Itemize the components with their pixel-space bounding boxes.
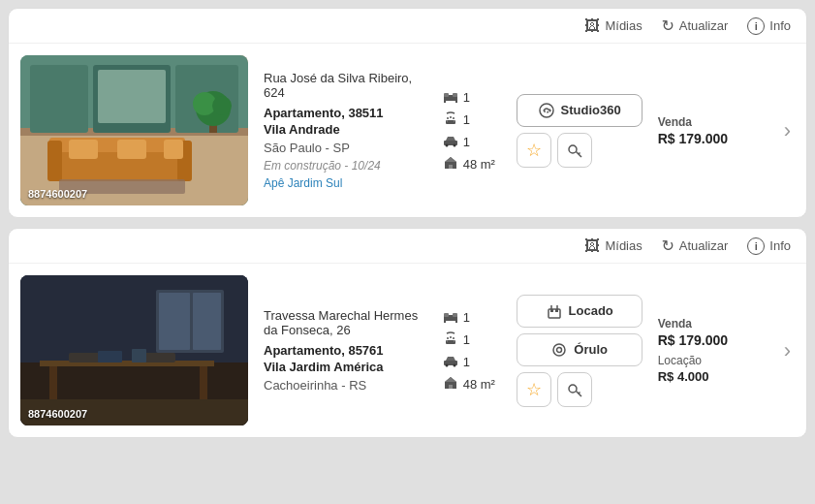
- svg-point-31: [445, 143, 448, 146]
- orulo-button[interactable]: Órulo: [517, 333, 643, 366]
- star-button[interactable]: ☆: [517, 372, 551, 407]
- midias-button[interactable]: 🖼Mídias: [584, 17, 642, 35]
- apt-code: Apartamento, 38511: [264, 106, 427, 120]
- spec-icon-1: [443, 110, 458, 129]
- spec-value-0: 1: [463, 90, 470, 105]
- property-link[interactable]: Apê Jardim Sul: [264, 176, 427, 190]
- svg-rect-3: [30, 65, 88, 133]
- star-icon: ☆: [526, 140, 542, 161]
- midias-icon: 🖼: [584, 237, 600, 255]
- svg-point-73: [569, 385, 577, 393]
- spec-value-3: 48 m²: [463, 157, 495, 172]
- property-price: VendaR$ 179.000: [658, 55, 765, 205]
- midias-button[interactable]: 🖼Mídias: [584, 237, 642, 255]
- key-button[interactable]: [557, 372, 592, 407]
- neighborhood: Vila Andrade: [264, 122, 427, 137]
- svg-rect-21: [453, 93, 457, 97]
- svg-rect-46: [49, 366, 57, 400]
- studio360-icon: [538, 102, 555, 119]
- neighborhood: Vila Jardim América: [264, 360, 427, 374]
- svg-rect-55: [453, 313, 457, 317]
- midias-icon: 🖼: [584, 17, 600, 35]
- chevron-right-icon[interactable]: ›: [784, 338, 791, 363]
- svg-rect-25: [447, 120, 448, 122]
- svg-point-29: [453, 117, 455, 119]
- atualizar-button[interactable]: ↺Atualizar: [662, 236, 729, 255]
- info-button[interactable]: iInfo: [747, 237, 791, 255]
- property-image: 8874600207: [20, 275, 248, 425]
- info-icon: i: [747, 17, 765, 35]
- star-button[interactable]: ☆: [517, 133, 551, 168]
- svg-rect-43: [159, 293, 190, 350]
- svg-rect-26: [454, 120, 455, 122]
- svg-point-18: [212, 96, 232, 115]
- key-button[interactable]: [557, 133, 592, 168]
- locado-icon: [546, 302, 563, 320]
- svg-rect-9: [47, 141, 62, 181]
- price2-type: Locação: [658, 354, 765, 367]
- svg-rect-68: [549, 309, 560, 318]
- property-card-2: 🖼Mídias↺AtualizariInfo: [8, 228, 807, 438]
- svg-rect-44: [193, 293, 221, 350]
- svg-point-71: [553, 344, 565, 356]
- svg-point-28: [450, 116, 452, 118]
- property-image: 8874600207: [20, 55, 248, 205]
- spec-value-1: 1: [463, 332, 470, 347]
- svg-point-65: [445, 363, 448, 366]
- svg-point-27: [447, 117, 449, 119]
- property-status: Em construção - 10/24: [264, 159, 427, 173]
- svg-rect-60: [454, 340, 455, 342]
- spec-value-2: 1: [463, 355, 470, 369]
- svg-rect-56: [444, 320, 446, 323]
- property-actions: Studio360☆: [517, 55, 643, 205]
- spec-icon-3: [443, 155, 458, 173]
- property-actions: LocadoÓrulo☆: [517, 275, 643, 425]
- spec-row-0: 1: [443, 88, 501, 107]
- studio360-button[interactable]: Studio360: [517, 94, 643, 127]
- atualizar-icon: ↺: [662, 236, 674, 255]
- card-body: 8874600207Rua José da Silva Ribeiro, 624…: [9, 44, 806, 217]
- spec-icon-3: [443, 375, 458, 394]
- info-label: Info: [769, 18, 791, 33]
- atualizar-icon: ↺: [662, 16, 674, 35]
- spec-row-1: 1: [443, 331, 501, 349]
- svg-rect-23: [455, 100, 457, 103]
- svg-point-63: [453, 337, 455, 339]
- atualizar-button[interactable]: ↺Atualizar: [662, 16, 729, 35]
- spec-row-1: 1: [443, 110, 501, 129]
- svg-rect-11: [69, 140, 98, 159]
- midias-label: Mídias: [605, 238, 642, 253]
- spec-icon-2: [443, 133, 458, 151]
- info-button[interactable]: iInfo: [747, 17, 791, 35]
- spec-row-2: 1: [443, 133, 501, 151]
- svg-point-61: [447, 337, 449, 339]
- icon-button-row: ☆: [517, 372, 643, 407]
- card-body: 8874600207Travessa Marechal Hermes da Fo…: [9, 264, 806, 437]
- svg-rect-33: [449, 165, 453, 169]
- spec-icon-1: [443, 331, 458, 349]
- locado-button[interactable]: Locado: [517, 295, 643, 328]
- city: São Paulo - SP: [264, 141, 427, 155]
- svg-point-72: [557, 347, 562, 352]
- city: Cachoeirinha - RS: [264, 378, 427, 393]
- apt-code: Apartamento, 85761: [264, 343, 427, 358]
- spec-row-2: 1: [443, 353, 501, 371]
- image-label: 8874600207: [28, 408, 87, 420]
- svg-rect-51: [132, 349, 146, 362]
- svg-point-36: [569, 145, 577, 153]
- price-type: Venda: [658, 115, 765, 129]
- card-toolbar: 🖼Mídias↺AtualizariInfo: [9, 9, 806, 44]
- atualizar-label: Atualizar: [679, 238, 729, 253]
- svg-rect-13: [164, 140, 183, 159]
- svg-rect-54: [444, 313, 449, 317]
- key-icon: [566, 142, 583, 159]
- chevron-right-icon[interactable]: ›: [784, 118, 791, 143]
- info-label: Info: [769, 238, 791, 253]
- price-type: Venda: [658, 317, 765, 331]
- svg-point-66: [453, 363, 455, 366]
- card-toolbar: 🖼Mídias↺AtualizariInfo: [9, 229, 806, 264]
- info-icon: i: [747, 237, 765, 255]
- svg-rect-20: [444, 93, 449, 97]
- svg-rect-57: [455, 320, 457, 323]
- star-icon: ☆: [526, 379, 542, 400]
